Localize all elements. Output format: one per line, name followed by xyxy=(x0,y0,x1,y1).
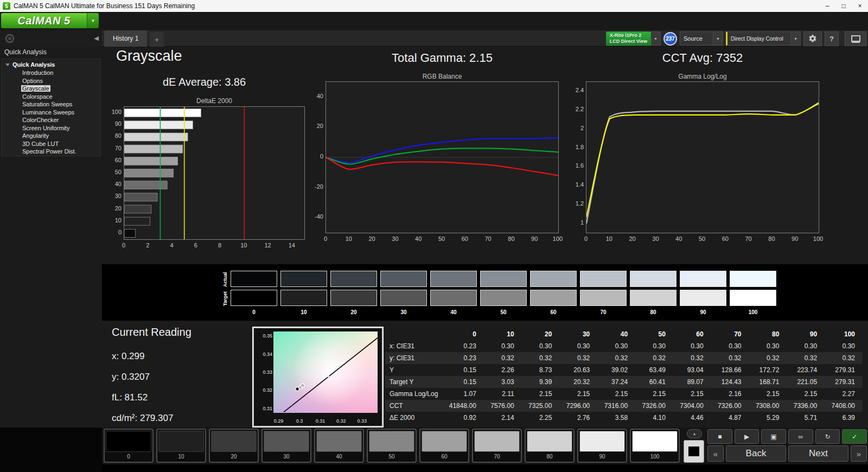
tab-history-1[interactable]: History 1 xyxy=(104,30,147,47)
sidebar-item-3d-cube-lut[interactable]: 3D Cube LUT xyxy=(2,140,100,148)
patch-swatch xyxy=(264,431,309,452)
actual-swatch-40 xyxy=(430,271,477,287)
table-cell: 3.03 xyxy=(484,376,522,388)
sidebar-item-options[interactable]: Options xyxy=(2,77,100,85)
sidebar-item-grayscale[interactable]: Grayscale xyxy=(2,85,100,93)
meter-dropdown[interactable]: X-Rite i1Pro 2 LCD Direct View ▼ xyxy=(606,31,661,46)
patch-button-20[interactable]: 20 xyxy=(209,429,259,463)
cie-chart-plot xyxy=(273,331,378,413)
table-cell: 0.30 xyxy=(635,340,673,352)
sidebar-item-colorchecker[interactable]: ColorChecker xyxy=(2,116,100,124)
add-tab-button[interactable]: + xyxy=(150,32,164,47)
calman-window: 5 CalMAN 5 CalMAN Ultimate for Business … xyxy=(0,0,868,472)
pattern-window-button[interactable] xyxy=(684,440,704,463)
actual-swatch-80 xyxy=(630,271,676,287)
collapse-sidebar-icon[interactable]: ◀ xyxy=(94,35,99,42)
patch-button-40[interactable]: 40 xyxy=(314,429,364,463)
play-button[interactable]: ▶ xyxy=(735,429,760,444)
patch-level-label: 100 xyxy=(632,452,678,461)
sidebar-item-label: Introduction xyxy=(21,69,54,76)
table-row-label: y: CIE31 xyxy=(385,352,446,364)
table-row-label: x: CIE31 xyxy=(385,340,446,352)
pattern-window-icon xyxy=(688,447,699,456)
tick-label: 0.33 xyxy=(354,418,369,424)
sidebar-item-colorspace[interactable]: Colorspace xyxy=(2,93,100,101)
sidebar-item-spectral-power-dist[interactable]: Spectral Power Dist. xyxy=(2,148,100,156)
continuous-button[interactable]: ∞ xyxy=(788,429,813,444)
capture-button[interactable]: ▣ xyxy=(761,429,786,444)
chevron-down-icon: ▼ xyxy=(651,31,661,46)
next-button[interactable]: Next xyxy=(788,445,848,462)
tick-label: 0.32 xyxy=(256,387,272,393)
table-cell: 223.74 xyxy=(787,364,825,376)
back-button[interactable]: Back xyxy=(726,445,786,462)
patch-button-100[interactable]: 100 xyxy=(630,429,680,463)
table-cell: 4.10 xyxy=(635,412,673,424)
sidebar-item-angularity[interactable]: Angularity xyxy=(2,132,100,140)
table-row-label: CCT xyxy=(385,400,446,412)
table-row-target-y: Target Y0.153.039.3920.3237.2460.4189.07… xyxy=(385,376,863,388)
record-dot-icon[interactable] xyxy=(5,34,14,43)
source-dropdown[interactable]: Source ▼ xyxy=(680,31,723,46)
de-average-readout: dE Average: 3.86 xyxy=(163,76,246,88)
patch-swatch xyxy=(632,431,678,452)
sidebar-item-saturation-sweeps[interactable]: Saturation Sweeps xyxy=(2,100,100,109)
target-swatch-60 xyxy=(530,290,577,306)
tick-label: 90 xyxy=(105,120,122,127)
patch-button-60[interactable]: 60 xyxy=(419,429,469,463)
continuous-icon: ∞ xyxy=(799,433,803,441)
help-button[interactable]: ? xyxy=(825,31,839,46)
tick-label: 10 xyxy=(234,242,253,248)
patch-swatch xyxy=(369,431,414,452)
table-cell: 0.15 xyxy=(446,376,484,388)
patch-button-50[interactable]: 50 xyxy=(367,429,417,463)
gear-icon xyxy=(808,34,817,43)
close-button[interactable]: × xyxy=(852,0,868,12)
back-chevron-button[interactable]: « xyxy=(707,445,724,462)
actual-swatch-70 xyxy=(580,271,627,287)
table-row-e-2000: ΔE 20000.922.142.252.763.584.104.464.875… xyxy=(385,412,863,424)
grayscale-swatch-strip: Actual Target 0102030405060708090100 xyxy=(102,264,868,321)
window-title: CalMAN 5 CalMAN Ultimate for Business 15… xyxy=(14,2,819,10)
tick-label: 10 xyxy=(105,217,122,224)
table-header-cell: 70 xyxy=(711,328,749,340)
patch-button-0[interactable]: 0 xyxy=(104,429,154,463)
chevron-down-icon: ▼ xyxy=(713,31,723,46)
patch-button-80[interactable]: 80 xyxy=(525,429,575,463)
tick-label: -40 xyxy=(307,213,323,220)
patch-button-70[interactable]: 70 xyxy=(472,429,522,463)
tick-label: 0 xyxy=(576,235,596,242)
tick-label: 30 xyxy=(385,235,405,242)
display-control-label: Direct Display Control xyxy=(726,31,791,46)
sidebar-item-introduction[interactable]: Introduction xyxy=(2,69,100,77)
calman-logo-menu[interactable]: CalMAN 5 ▼ xyxy=(1,13,99,28)
accept-button[interactable]: ✓ xyxy=(842,429,867,444)
tick-label: 30 xyxy=(646,235,665,242)
sidebar-item-luminance-sweeps[interactable]: Luminance Sweeps xyxy=(2,109,100,117)
tick-label: 50 xyxy=(432,235,451,242)
patch-button-10[interactable]: 10 xyxy=(156,429,206,463)
tick-label: 4 xyxy=(162,242,182,248)
table-cell: 6.39 xyxy=(825,412,863,424)
display-button[interactable] xyxy=(845,31,866,46)
swatch-level-label: 100 xyxy=(730,309,776,315)
tree-root[interactable]: Quick Analysis xyxy=(2,61,100,69)
table-cell: 0.32 xyxy=(711,352,749,364)
settings-button[interactable] xyxy=(803,31,822,46)
next-chevron-button[interactable]: » xyxy=(851,445,867,462)
table-header-cell: 100 xyxy=(825,328,863,340)
table-cell: 7408.00 xyxy=(825,400,863,412)
chevron-up-button[interactable]: ▲ xyxy=(687,429,702,438)
loop-button[interactable]: ↻ xyxy=(815,429,840,444)
sidebar-item-screen-uniformity[interactable]: Screen Uniformity xyxy=(2,124,100,132)
table-cell: 2.15 xyxy=(673,388,711,400)
display-control-dropdown[interactable]: Direct Display Control ▼ xyxy=(726,31,801,46)
table-cell: 2.15 xyxy=(597,388,635,400)
patch-button-30[interactable]: 30 xyxy=(261,429,311,463)
table-cell: 0.30 xyxy=(711,340,749,352)
minimize-button[interactable]: – xyxy=(819,0,835,12)
patch-button-90[interactable]: 90 xyxy=(577,429,627,463)
stop-button[interactable]: ■ xyxy=(707,429,732,444)
sidebar: Quick Analysis Quick Analysis Introducti… xyxy=(0,47,102,428)
maximize-button[interactable]: □ xyxy=(835,0,852,12)
